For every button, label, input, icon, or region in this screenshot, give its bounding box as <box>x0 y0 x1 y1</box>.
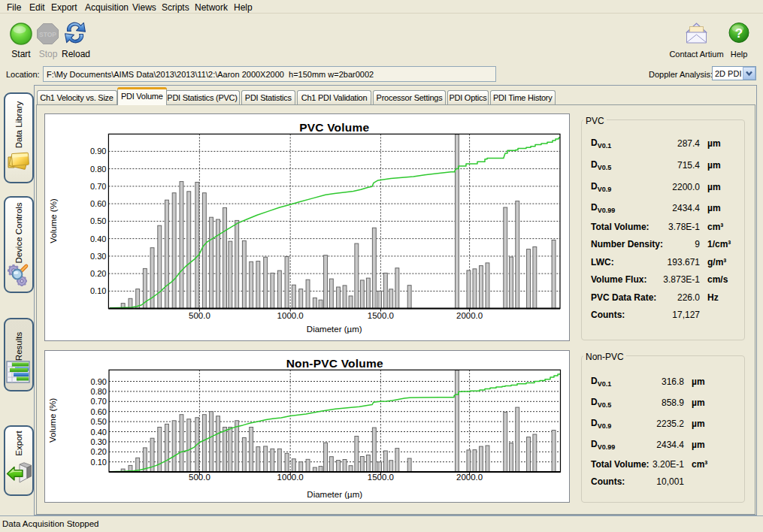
svg-text:1000.0: 1000.0 <box>277 473 304 482</box>
svg-text:0.90: 0.90 <box>91 376 107 385</box>
svg-text:0.90: 0.90 <box>90 147 106 156</box>
svg-text:0.40: 0.40 <box>90 234 106 243</box>
svg-text:0.60: 0.60 <box>90 199 106 208</box>
svg-text:2000.0: 2000.0 <box>456 473 483 482</box>
svg-text:500.0: 500.0 <box>189 311 210 320</box>
svg-text:1500.0: 1500.0 <box>368 473 394 482</box>
svg-text:500.0: 500.0 <box>189 473 210 482</box>
svg-text:0.30: 0.30 <box>91 437 107 446</box>
svg-text:?: ? <box>735 26 743 41</box>
svg-text:1500.0: 1500.0 <box>368 311 394 320</box>
svg-text:0.20: 0.20 <box>90 269 106 278</box>
svg-text:0.10: 0.10 <box>90 286 106 295</box>
svg-text:Volume (%): Volume (%) <box>49 198 58 243</box>
svg-text:0.10: 0.10 <box>91 457 107 466</box>
svg-text:Diameter (µm): Diameter (µm) <box>307 325 362 334</box>
svg-text:STOP: STOP <box>39 31 56 38</box>
svg-text:Diameter (µm): Diameter (µm) <box>307 489 362 498</box>
svg-text:0.30: 0.30 <box>90 252 106 261</box>
svg-text:PVC Volume: PVC Volume <box>299 121 369 134</box>
svg-text:2000.0: 2000.0 <box>456 311 483 320</box>
svg-text:0.70: 0.70 <box>91 397 107 406</box>
svg-text:0.80: 0.80 <box>90 165 106 174</box>
svg-text:1000.0: 1000.0 <box>277 311 304 320</box>
svg-text:0.70: 0.70 <box>90 182 106 191</box>
svg-text:0.20: 0.20 <box>91 447 107 456</box>
svg-text:Volume (%): Volume (%) <box>49 397 58 443</box>
svg-text:0.50: 0.50 <box>90 216 106 225</box>
svg-text:0.80: 0.80 <box>91 387 107 396</box>
svg-text:0.40: 0.40 <box>91 427 107 436</box>
svg-text:Non-PVC Volume: Non-PVC Volume <box>286 356 383 369</box>
svg-text:0.50: 0.50 <box>91 417 107 426</box>
svg-text:0.60: 0.60 <box>91 407 107 416</box>
